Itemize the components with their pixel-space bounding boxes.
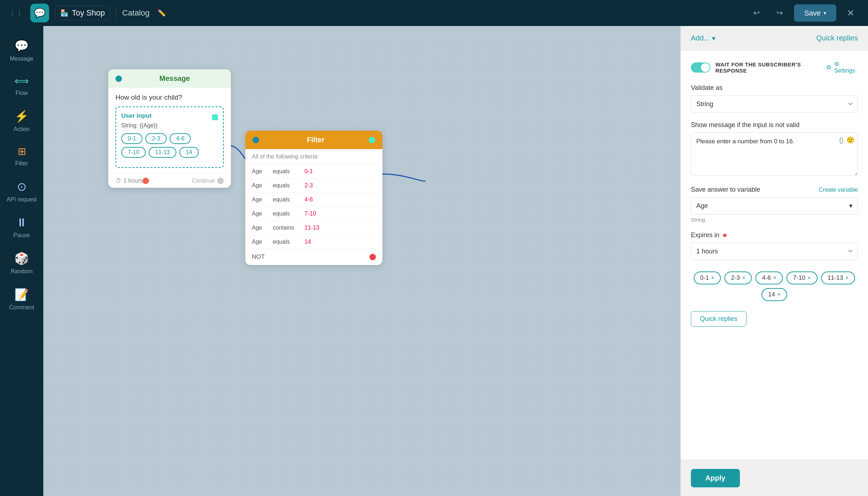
topbar: ⋮⋮ 💬 🏪 Toy Shop Catalog ✏️ ↩ ↪ Save ▾ ✕: [0, 0, 868, 26]
message-node-title: Message: [126, 74, 224, 83]
save-answer-row: Save answer to variable Create variable: [691, 186, 858, 193]
continue-label: Continue: [192, 178, 215, 184]
tag-7-10[interactable]: 7-10: [121, 147, 146, 158]
tag-2-3[interactable]: 2-3: [145, 133, 167, 144]
close-button[interactable]: ✕: [842, 4, 859, 22]
add-button[interactable]: Add... ▾: [691, 34, 715, 43]
filter-row-0: Age equals 0-1: [245, 165, 382, 179]
sidebar-item-filter[interactable]: ⊞ Filter: [3, 140, 40, 172]
tags-container: 0-1 × 2-3 × 4-6 × 7-10 × 11-13 ×: [691, 269, 858, 304]
panel-tag-2-3-remove[interactable]: ×: [742, 275, 745, 281]
comment-icon: 📝: [14, 288, 29, 301]
panel-tag-11-13[interactable]: 11-13 ×: [821, 271, 855, 284]
node-timer-dot: [143, 178, 149, 184]
user-input-var: String: {{Age}}: [121, 122, 218, 129]
timer-value: 1 hours: [123, 178, 143, 184]
filter-row-4: Age contains 11-13: [245, 221, 382, 235]
node-timer: ⏱ 1 hours: [115, 178, 143, 184]
api-icon: ⊙: [17, 180, 27, 193]
sidebar-item-flow[interactable]: ⟺ Flow: [3, 70, 40, 101]
toggle-knob: [701, 63, 710, 72]
tag-0-1[interactable]: 0-1: [121, 133, 143, 144]
filter-not-dot: [369, 254, 376, 260]
sidebar-item-action[interactable]: ⚡ Action: [3, 104, 40, 138]
sidebar-label-message: Message: [10, 56, 34, 62]
create-variable-link[interactable]: Create variable: [819, 187, 858, 193]
store-icon: 🏪: [60, 9, 68, 17]
expires-row: Expires in: [691, 231, 858, 239]
quick-replies-button[interactable]: Quick replies: [691, 311, 746, 327]
expires-label: Expires in: [691, 231, 719, 239]
save-dropdown-arrow: ▾: [824, 10, 826, 16]
random-icon: 🎲: [14, 252, 29, 265]
page-title: Catalog: [122, 8, 150, 18]
show-message-textarea[interactable]: Please enter a number from 0 to 16.: [691, 132, 858, 176]
sidebar-item-pause[interactable]: ⏸ Pause: [3, 211, 40, 244]
message-node-footer: ⏱ 1 hours Continue: [108, 174, 231, 188]
filter-row-3: Age equals 7-10: [245, 207, 382, 221]
wait-toggle[interactable]: [691, 62, 710, 73]
sidebar-label-pause: Pause: [13, 232, 30, 239]
settings-link[interactable]: ⚙ ⚙ Settings: [826, 61, 858, 74]
panel-tag-7-10-remove[interactable]: ×: [807, 275, 811, 281]
edit-icon[interactable]: ✏️: [158, 9, 166, 17]
validate-as-select[interactable]: String Number Email Phone: [691, 95, 858, 113]
app-logo: 💬: [30, 4, 49, 22]
toggle-row: WAIT FOR THE SUBSCRIBER'S RESPONSE ⚙ ⚙ S…: [691, 61, 858, 74]
redo-button[interactable]: ↪: [771, 4, 788, 22]
panel-quick-replies-top-button[interactable]: Quick replies: [816, 34, 858, 42]
panel-tag-0-1[interactable]: 0-1 ×: [694, 271, 721, 284]
tag-4-6[interactable]: 4-6: [170, 133, 191, 144]
user-input-box: User input String: {{Age}} 0-1 2-3 4-6 7…: [115, 106, 224, 168]
quick-replies-wrapper: Quick replies: [691, 311, 858, 327]
message-node-header: Message: [108, 69, 231, 88]
sidebar-item-api[interactable]: ⊙ API request: [3, 175, 40, 208]
grid-icon[interactable]: ⋮⋮: [9, 9, 23, 17]
sidebar-label-api: API request: [6, 196, 37, 203]
panel-content: WAIT FOR THE SUBSCRIBER'S RESPONSE ⚙ ⚙ S…: [681, 51, 868, 460]
tag-11-13[interactable]: 11-13: [149, 147, 176, 158]
panel-tag-2-3[interactable]: 2-3 ×: [724, 271, 752, 284]
code-icon[interactable]: {}: [839, 136, 843, 144]
variable-dropdown-icon: ▾: [849, 202, 852, 210]
main-layout: 💬 Message ⟺ Flow ⚡ Action ⊞ Filter ⊙ API…: [0, 26, 868, 496]
filter-icon: ⊞: [18, 145, 26, 157]
panel-tag-7-10[interactable]: 7-10 ×: [786, 271, 817, 284]
message-node-body: How old is your child? User input String…: [108, 88, 231, 174]
message-node-input-dot: [115, 75, 122, 82]
panel-tag-14-remove[interactable]: ×: [777, 291, 780, 298]
panel-tag-4-6[interactable]: 4-6 ×: [755, 271, 783, 284]
filter-node[interactable]: Filter All of the following criteria: Ag…: [245, 131, 382, 265]
textarea-icons: {} 🙂: [839, 136, 854, 144]
panel-tag-0-1-remove[interactable]: ×: [711, 275, 714, 281]
panel-tag-11-13-remove[interactable]: ×: [845, 275, 849, 281]
message-node-question: How old is your child?: [115, 93, 224, 101]
panel-tag-14[interactable]: 14 ×: [762, 288, 787, 301]
variable-value: Age: [696, 202, 708, 210]
undo-button[interactable]: ↩: [748, 4, 765, 22]
user-input-title: User input: [121, 112, 152, 119]
sidebar-label-random: Random: [11, 268, 32, 275]
flow-icon: ⟺: [14, 75, 29, 87]
brand-selector[interactable]: 🏪 Toy Shop: [55, 6, 110, 20]
panel-tag-4-6-remove[interactable]: ×: [773, 275, 776, 281]
topbar-actions: ↩ ↪ Save ▾ ✕: [748, 4, 859, 22]
emoji-icon[interactable]: 🙂: [846, 136, 854, 144]
show-message-label: Show message if the input is not valid: [691, 121, 858, 129]
sidebar-item-message[interactable]: 💬 Message: [3, 34, 40, 67]
sidebar-item-random[interactable]: 🎲 Random: [3, 247, 40, 280]
variable-type: String: [691, 217, 858, 223]
message-node[interactable]: Message How old is your child? User inpu…: [108, 69, 231, 188]
variable-select[interactable]: Age ▾: [691, 197, 858, 214]
save-button[interactable]: Save ▾: [794, 4, 836, 22]
action-icon: ⚡: [14, 109, 29, 123]
expires-select[interactable]: 1 hours 2 hours 4 hours 8 hours 24 hours: [691, 243, 858, 260]
apply-button[interactable]: Apply: [691, 469, 740, 487]
sidebar-item-comment[interactable]: 📝 Comment: [3, 283, 40, 316]
expires-dot: [723, 234, 727, 237]
logo-icon: 💬: [34, 8, 45, 19]
tag-14[interactable]: 14: [179, 147, 199, 158]
save-answer-label: Save answer to variable: [691, 186, 760, 193]
sidebar-label-flow: Flow: [16, 90, 28, 96]
canvas[interactable]: Message How old is your child? User inpu…: [43, 26, 680, 496]
